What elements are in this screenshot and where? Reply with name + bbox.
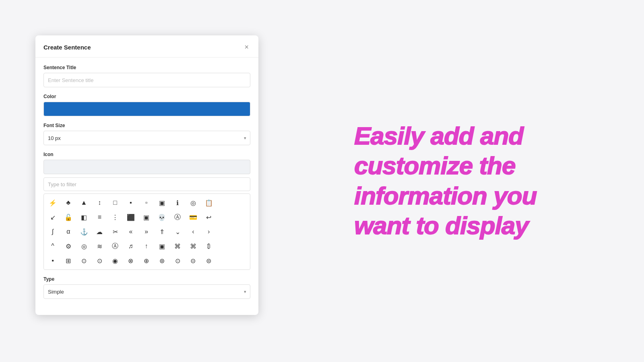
icon-cell[interactable]: ⌘ bbox=[186, 239, 200, 253]
dialog-header: Create Sentence × bbox=[35, 35, 258, 58]
icon-cell[interactable]: ⊕ bbox=[139, 253, 154, 268]
icon-cell[interactable] bbox=[233, 195, 247, 210]
type-field: Type Simple Complex Compound ▾ bbox=[43, 276, 250, 299]
icon-cell[interactable]: ⚙ bbox=[61, 239, 76, 253]
font-size-label: Font Size bbox=[43, 123, 250, 128]
color-swatch[interactable] bbox=[43, 102, 250, 116]
icon-cell[interactable]: ⚡ bbox=[45, 195, 60, 210]
icon-cell[interactable]: ↩ bbox=[202, 210, 216, 224]
type-select[interactable]: Simple Complex Compound bbox=[43, 284, 250, 299]
dialog-title: Create Sentence bbox=[43, 44, 91, 51]
color-label: Color bbox=[43, 94, 250, 99]
icon-cell[interactable]: ↕ bbox=[92, 195, 107, 210]
icon-cell[interactable] bbox=[233, 253, 247, 268]
sentence-title-label: Sentence Title bbox=[43, 65, 250, 70]
icon-cell[interactable]: ♬ bbox=[124, 239, 138, 253]
icon-cell[interactable]: ⊝ bbox=[186, 253, 200, 268]
icon-cell[interactable]: ⚓ bbox=[77, 224, 91, 239]
icon-cell[interactable]: ⌄ bbox=[170, 224, 185, 239]
icon-cell[interactable]: ⊗ bbox=[124, 253, 138, 268]
icon-cell[interactable]: ⊙ bbox=[92, 253, 107, 268]
icon-cell[interactable]: ⬛ bbox=[124, 210, 138, 224]
icon-cell[interactable]: ◎ bbox=[186, 195, 200, 210]
icon-cell[interactable]: ▫ bbox=[139, 195, 154, 210]
icon-cell[interactable]: ⌘ bbox=[170, 239, 185, 253]
close-button[interactable]: × bbox=[243, 43, 250, 51]
icon-grid: ⚡ ♣ ▲ ↕ □ ▪ ▫ ▣ ℹ ◎ 📋 ↙ 🔓 ◧ bbox=[44, 194, 250, 269]
icon-cell[interactable]: ↙ bbox=[45, 210, 60, 224]
promo-heading: Easily add and customize the information… bbox=[354, 121, 588, 241]
icon-cell[interactable]: ℹ bbox=[170, 195, 185, 210]
icon-cell[interactable]: Ⓐ bbox=[170, 210, 185, 224]
icon-cell[interactable]: ⊙ bbox=[77, 253, 91, 268]
icon-cell[interactable]: 📋 bbox=[202, 195, 216, 210]
icon-cell[interactable]: ∫ bbox=[45, 224, 60, 239]
icon-cell[interactable]: ^ bbox=[45, 239, 60, 253]
icon-cell[interactable]: ‹ bbox=[186, 224, 200, 239]
sentence-title-field: Sentence Title bbox=[43, 65, 250, 87]
type-select-wrapper: Simple Complex Compound ▾ bbox=[43, 284, 250, 299]
icon-cell[interactable]: ▲ bbox=[77, 195, 91, 210]
icon-cell[interactable]: 💀 bbox=[155, 210, 169, 224]
promo-text-section: Easily add and customize the information… bbox=[354, 121, 588, 241]
icon-cell[interactable]: ◎ bbox=[77, 239, 91, 253]
icon-cell[interactable]: ▣ bbox=[155, 195, 169, 210]
icon-cell[interactable]: ≋ bbox=[92, 239, 107, 253]
icon-cell[interactable] bbox=[217, 210, 231, 224]
icon-cell[interactable]: ⊞ bbox=[61, 253, 76, 268]
icon-cell[interactable]: ✂ bbox=[108, 224, 122, 239]
icon-cell[interactable]: 🔓 bbox=[61, 210, 76, 224]
icon-field: Icon ⚡ ♣ ▲ ↕ □ ▪ ▫ ▣ ℹ ◎ 📋 bbox=[43, 152, 250, 270]
font-size-select[interactable]: 8 px 9 px 10 px 12 px 14 px 16 px 18 px … bbox=[43, 131, 250, 145]
icon-cell[interactable]: ▣ bbox=[139, 210, 154, 224]
type-label: Type bbox=[43, 276, 250, 282]
icon-cell[interactable]: ◧ bbox=[77, 210, 91, 224]
icon-cell[interactable]: ₿ bbox=[202, 239, 216, 253]
icon-cell[interactable]: ◉ bbox=[108, 253, 122, 268]
icon-filter-input[interactable] bbox=[43, 177, 250, 191]
icon-cell[interactable]: « bbox=[124, 224, 138, 239]
icon-cell[interactable] bbox=[233, 239, 247, 253]
icon-cell[interactable]: ⊙ bbox=[170, 253, 185, 268]
icon-cell[interactable]: Ⓐ bbox=[108, 239, 122, 253]
icon-cell[interactable]: ⋮ bbox=[108, 210, 122, 224]
icon-cell[interactable]: ↑ bbox=[139, 239, 154, 253]
icon-cell[interactable]: α bbox=[61, 224, 76, 239]
icon-cell[interactable] bbox=[233, 224, 247, 239]
icon-grid-wrapper: ⚡ ♣ ▲ ↕ □ ▪ ▫ ▣ ℹ ◎ 📋 ↙ 🔓 ◧ bbox=[43, 193, 250, 270]
icon-cell[interactable]: › bbox=[202, 224, 216, 239]
sentence-title-input[interactable] bbox=[43, 73, 250, 87]
icon-cell[interactable] bbox=[217, 239, 231, 253]
icon-cell[interactable]: ☁ bbox=[92, 224, 107, 239]
icon-cell[interactable]: ⊜ bbox=[202, 253, 216, 268]
icon-cell[interactable]: ♣ bbox=[61, 195, 76, 210]
font-size-field: Font Size 8 px 9 px 10 px 12 px 14 px 16… bbox=[43, 123, 250, 145]
icon-cell[interactable] bbox=[217, 253, 231, 268]
icon-cell[interactable]: ▪ bbox=[45, 253, 60, 268]
icon-cell[interactable]: 💳 bbox=[186, 210, 200, 224]
icon-cell[interactable] bbox=[217, 224, 231, 239]
icon-cell[interactable]: ▪ bbox=[124, 195, 138, 210]
icon-cell[interactable]: » bbox=[139, 224, 154, 239]
icon-cell[interactable]: ⇑ bbox=[155, 224, 169, 239]
icon-label: Icon bbox=[43, 152, 250, 157]
icon-cell[interactable] bbox=[217, 195, 231, 210]
icon-preview bbox=[43, 160, 250, 174]
icon-cell[interactable] bbox=[233, 210, 247, 224]
icon-cell[interactable]: ▣ bbox=[155, 239, 169, 253]
icon-cell[interactable]: ≡ bbox=[92, 210, 107, 224]
icon-cell[interactable]: □ bbox=[108, 195, 122, 210]
font-size-select-wrapper: 8 px 9 px 10 px 12 px 14 px 16 px 18 px … bbox=[43, 131, 250, 145]
color-field: Color bbox=[43, 94, 250, 116]
dialog-body: Sentence Title Color Font Size 8 px 9 px… bbox=[35, 58, 258, 299]
create-sentence-dialog: Create Sentence × Sentence Title Color F… bbox=[35, 35, 258, 315]
icon-cell[interactable]: ⊛ bbox=[155, 253, 169, 268]
